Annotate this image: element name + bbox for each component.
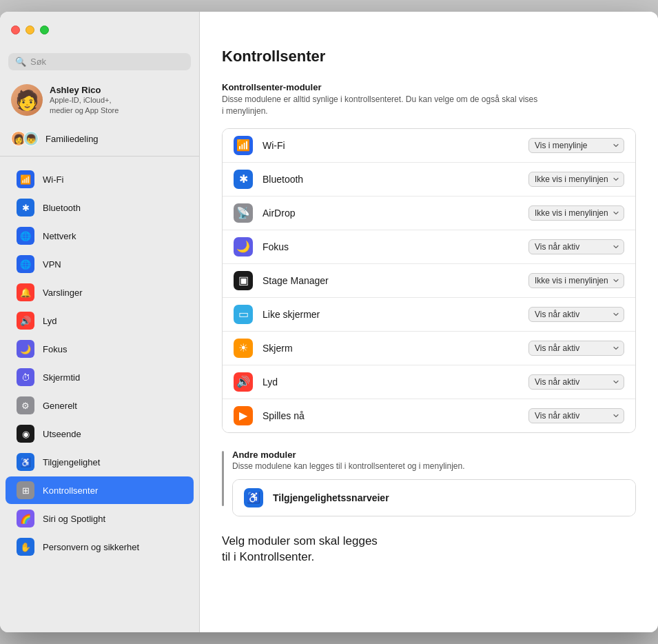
sidebar-item-label-tilgjengelighet: Tilgjengelighet <box>43 457 100 467</box>
callout: Velg moduler som skal leggestil i Kontro… <box>222 533 636 566</box>
user-profile[interactable]: 🧑 Ashley Rico Apple-ID, iCloud+,medier o… <box>0 79 199 121</box>
search-input[interactable] <box>30 57 184 67</box>
sidebar-item-vpn[interactable]: 🌐VPN <box>6 250 194 278</box>
module-name-skjerm: Skjerm <box>263 343 519 354</box>
airdrop-module-icon: 📡 <box>234 203 253 223</box>
sidebar-item-bluetooth[interactable]: ✱Bluetooth <box>6 194 194 221</box>
module-select-lyd[interactable]: Vis i menylinjeIkke vis i menylinjenVis … <box>528 374 624 390</box>
modules-section-header: Kontrollsenter-moduler <box>222 82 636 92</box>
vpn-icon: 🌐 <box>17 255 34 273</box>
sidebar-item-label-generelt: Generelt <box>43 401 77 411</box>
avatar: 🧑 <box>11 84 43 116</box>
sidebar-item-label-kontrollsenter: Kontrollsenter <box>43 485 98 496</box>
module-row-stage: ▣Stage ManagerVis i menylinjeIkke vis i … <box>223 264 635 298</box>
bluetooth-module-icon: ✱ <box>234 170 253 189</box>
module-select-like[interactable]: Vis i menylinjeIkke vis i menylinjenVis … <box>528 307 624 322</box>
skjermtid-icon: ⏱ <box>17 368 34 386</box>
minimize-button[interactable] <box>25 26 34 34</box>
sidebar-items: 📶Wi-Fi✱Bluetooth🌐Nettverk🌐VPN🔔Varslinger… <box>0 165 199 561</box>
sidebar-item-fokus[interactable]: 🌙Fokus <box>6 335 194 363</box>
sidebar-item-label-varslinger: Varslinger <box>43 288 83 298</box>
sidebar-item-label-wifi: Wi-Fi <box>43 174 63 185</box>
sidebar-item-label-utseende: Utseende <box>43 429 81 439</box>
sidebar-item-personvern[interactable]: ✋Personvern og sikkerhet <box>6 533 194 561</box>
wifi-icon: 📶 <box>17 170 34 188</box>
sidebar-item-nettverk[interactable]: 🌐Nettverk <box>6 222 194 250</box>
sidebar-item-label-siri: Siri og Spotlight <box>43 514 105 524</box>
nettverk-icon: 🌐 <box>17 227 34 245</box>
lyd-module-icon: 🔊 <box>234 372 253 392</box>
kontrollsenter-icon: ⊞ <box>17 481 34 499</box>
module-row-airdrop: 📡AirDropVis i menylinjeIkke vis i menyli… <box>223 197 635 230</box>
page-title: Kontrollsenter <box>222 48 636 66</box>
lyd-icon: 🔊 <box>17 312 34 330</box>
maximize-button[interactable] <box>40 26 49 34</box>
family-sharing[interactable]: 👩 👦 Familiedeling <box>0 127 199 150</box>
andre-name-tilgjengelighet: Tilgjengelighetssnarveier <box>273 492 389 503</box>
spilles-module-icon: ▶ <box>234 406 253 425</box>
modules-list: 📶Wi-FiVis i menylinjeIkke vis i menylinj… <box>222 128 636 433</box>
sidebar-item-label-bluetooth: Bluetooth <box>43 203 81 213</box>
user-info: Ashley Rico Apple-ID, iCloud+,medier og … <box>50 85 119 115</box>
generelt-icon: ⚙ <box>17 396 34 414</box>
sidebar-item-label-fokus: Fokus <box>43 344 67 354</box>
modules-section-desc: Disse modulene er alltid synlige i kontr… <box>222 94 636 117</box>
sidebar-item-label-skjermtid: Skjermtid <box>43 372 80 383</box>
sidebar-item-siri[interactable]: 🌈Siri og Spotlight <box>6 505 194 532</box>
module-row-lyd: 🔊LydVis i menylinjeIkke vis i menylinjen… <box>223 365 635 399</box>
module-select-fokus[interactable]: Vis i menylinjeIkke vis i menylinjenVis … <box>528 239 624 254</box>
module-row-spilles: ▶Spilles nåVis i menylinjeIkke vis i men… <box>223 399 635 432</box>
andre-bracket <box>222 451 224 506</box>
family-avatar-2: 👦 <box>23 131 39 146</box>
fokus-icon: 🌙 <box>17 340 34 358</box>
sidebar-item-varslinger[interactable]: 🔔Varslinger <box>6 279 194 306</box>
personvern-icon: ✋ <box>17 538 34 556</box>
sidebar-item-lyd[interactable]: 🔊Lyd <box>6 307 194 334</box>
callout-text: Velg moduler som skal leggestil i Kontro… <box>222 534 378 564</box>
andre-desc: Disse modulene kan legges til i kontroll… <box>232 461 636 471</box>
tilgjengelighet-andre-icon: ♿ <box>244 488 263 507</box>
stage-module-icon: ▣ <box>234 271 253 290</box>
utseende-icon: ◉ <box>17 425 34 443</box>
sidebar-item-kontrollsenter[interactable]: ⊞Kontrollsenter <box>6 476 194 504</box>
module-name-wifi: Wi-Fi <box>263 140 519 151</box>
tilgjengelighet-icon: ♿ <box>17 453 34 471</box>
main-content: Kontrollsenter Kontrollsenter-moduler Di… <box>200 12 658 632</box>
search-box[interactable]: 🔍 <box>8 53 191 70</box>
module-name-like: Like skjermer <box>263 309 519 320</box>
module-name-fokus: Fokus <box>263 241 519 252</box>
sidebar: 🔍 🧑 Ashley Rico Apple-ID, iCloud+,medier… <box>0 12 200 632</box>
close-button[interactable] <box>11 26 20 34</box>
module-select-bluetooth[interactable]: Vis i menylinjeIkke vis i menylinjen <box>528 172 624 187</box>
module-row-wifi: 📶Wi-FiVis i menylinjeIkke vis i menylinj… <box>223 129 635 163</box>
module-row-fokus: 🌙FokusVis i menylinjeIkke vis i menylinj… <box>223 230 635 264</box>
module-name-airdrop: AirDrop <box>263 208 519 219</box>
sidebar-item-wifi[interactable]: 📶Wi-Fi <box>6 165 194 193</box>
wifi-module-icon: 📶 <box>234 136 253 155</box>
avatar-emoji: 🧑 <box>15 89 39 112</box>
search-icon: 🔍 <box>15 57 26 67</box>
sidebar-item-label-personvern: Personvern og sikkerhet <box>43 542 139 552</box>
module-row-skjerm: ☀SkjermVis i menylinjeIkke vis i menylin… <box>223 332 635 365</box>
module-select-wifi[interactable]: Vis i menylinjeIkke vis i menylinjen <box>528 138 624 153</box>
andre-list: ♿Tilgjengelighetssnarveier <box>232 479 636 516</box>
sidebar-item-generelt[interactable]: ⚙Generelt <box>6 392 194 419</box>
user-subtitle: Apple-ID, iCloud+,medier og App Store <box>50 95 119 115</box>
module-select-airdrop[interactable]: Vis i menylinjeIkke vis i menylinjen <box>528 205 624 221</box>
module-select-skjerm[interactable]: Vis i menylinjeIkke vis i menylinjenVis … <box>528 341 624 356</box>
module-name-bluetooth: Bluetooth <box>263 174 519 185</box>
sidebar-item-utseende[interactable]: ◉Utseende <box>6 420 194 447</box>
siri-icon: 🌈 <box>17 510 34 527</box>
sidebar-item-label-vpn: VPN <box>43 259 61 270</box>
andre-header: Andre moduler <box>232 450 636 460</box>
module-name-lyd: Lyd <box>263 376 519 388</box>
family-label: Familiedeling <box>45 134 99 144</box>
module-select-spilles[interactable]: Vis i menylinjeIkke vis i menylinjenVis … <box>528 408 624 423</box>
varslinger-icon: 🔔 <box>17 283 34 301</box>
andre-row-tilgjengelighet: ♿Tilgjengelighetssnarveier <box>233 480 635 516</box>
module-name-spilles: Spilles nå <box>263 410 519 421</box>
sidebar-item-skjermtid[interactable]: ⏱Skjermtid <box>6 363 194 391</box>
module-select-stage[interactable]: Vis i menylinjeIkke vis i menylinjenVis … <box>528 273 624 288</box>
sidebar-item-tilgjengelighet[interactable]: ♿Tilgjengelighet <box>6 448 194 476</box>
skjerm-module-icon: ☀ <box>234 339 253 358</box>
